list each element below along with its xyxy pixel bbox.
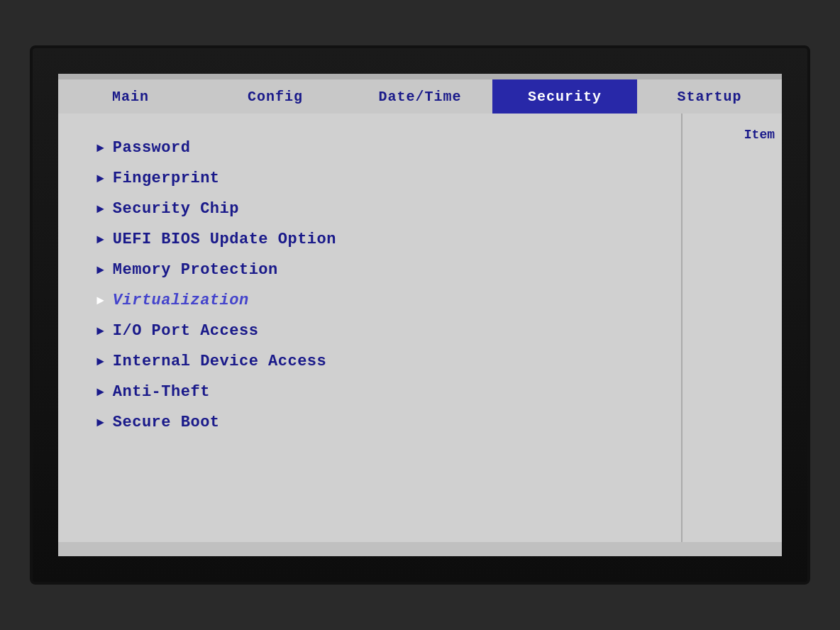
menu-item-memory-protection-label: Memory Protection — [113, 261, 278, 279]
content-area: ► Password ► Fingerprint ► Security Chip… — [58, 114, 782, 542]
right-panel: Item — [682, 114, 782, 542]
nav-item-security[interactable]: Security — [492, 79, 637, 114]
menu-item-secure-boot-label: Secure Boot — [113, 414, 220, 431]
nav-item-main[interactable]: Main — [58, 79, 203, 114]
arrow-icon-fingerprint: ► — [96, 172, 104, 185]
menu-item-uefi-bios[interactable]: ► UEFI BIOS Update Option — [94, 226, 667, 253]
arrow-icon-io-port-access: ► — [96, 325, 104, 338]
menu-item-memory-protection[interactable]: ► Memory Protection — [94, 257, 667, 283]
arrow-icon-secure-boot: ► — [96, 416, 104, 429]
nav-item-startup[interactable]: Startup — [637, 79, 782, 114]
arrow-icon-password: ► — [96, 142, 104, 155]
menu-item-anti-theft-label: Anti-Theft — [113, 383, 210, 401]
menu-item-fingerprint-label: Fingerprint — [113, 170, 220, 187]
menu-item-virtualization-label: Virtualization — [113, 292, 249, 309]
menu-item-anti-theft[interactable]: ► Anti-Theft — [94, 379, 667, 405]
right-panel-title: Item — [690, 128, 775, 142]
arrow-icon-memory-protection: ► — [96, 264, 104, 277]
nav-item-datetime[interactable]: Date/Time — [348, 79, 492, 114]
menu-item-fingerprint[interactable]: ► Fingerprint — [94, 165, 667, 192]
monitor-bezel: Main Config Date/Time Security Startup ► — [30, 45, 810, 585]
screen: Main Config Date/Time Security Startup ► — [58, 74, 782, 556]
menu-item-internal-device-access[interactable]: ► Internal Device Access — [94, 348, 667, 375]
menu-item-virtualization[interactable]: ► Virtualization — [94, 287, 667, 314]
menu-item-uefi-bios-label: UEFI BIOS Update Option — [113, 231, 336, 248]
menu-item-security-chip[interactable]: ► Security Chip — [94, 196, 667, 222]
menu-item-internal-device-access-label: Internal Device Access — [113, 353, 326, 370]
nav-item-config[interactable]: Config — [203, 79, 348, 114]
menu-item-password[interactable]: ► Password — [94, 135, 667, 161]
arrow-icon-internal-device-access: ► — [96, 355, 104, 368]
arrow-icon-anti-theft: ► — [96, 386, 104, 399]
menu-item-io-port-access-label: I/O Port Access — [113, 322, 259, 340]
menu-item-secure-boot[interactable]: ► Secure Boot — [94, 409, 667, 436]
nav-bar: Main Config Date/Time Security Startup — [58, 79, 782, 114]
top-bar — [58, 74, 782, 79]
menu-item-security-chip-label: Security Chip — [113, 200, 239, 218]
arrow-icon-virtualization: ► — [96, 294, 104, 307]
bottom-bar — [58, 542, 782, 556]
menu-item-io-port-access[interactable]: ► I/O Port Access — [94, 318, 667, 344]
arrow-icon-uefi-bios: ► — [96, 233, 104, 246]
left-panel: ► Password ► Fingerprint ► Security Chip… — [58, 114, 682, 542]
menu-item-password-label: Password — [113, 139, 191, 157]
arrow-icon-security-chip: ► — [96, 203, 104, 216]
